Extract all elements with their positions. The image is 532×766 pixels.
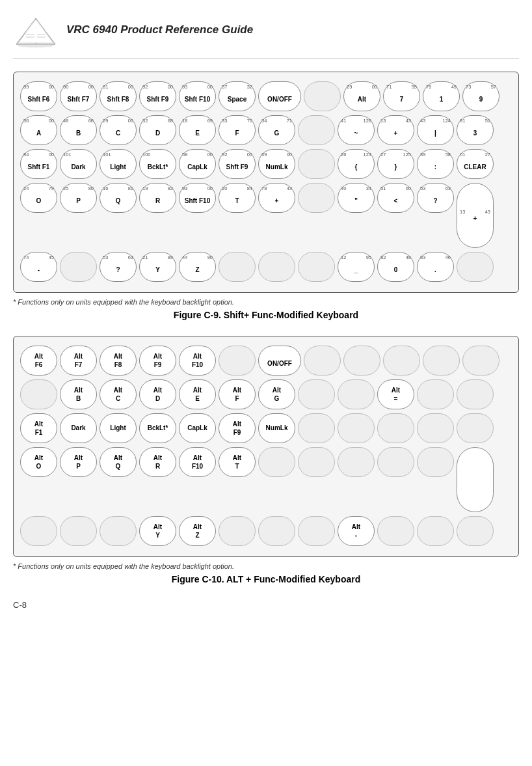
key2-empty-5e: [258, 516, 295, 546]
key-shft-f1: 8400 Shft F1: [20, 149, 57, 179]
key-shft-f7: 9000 Shft F7: [60, 81, 97, 111]
key2-alt-f10: AltF10: [179, 447, 216, 477]
key-p: 2580 P: [60, 183, 97, 213]
key-c: 2900 C: [100, 115, 137, 145]
key2-empty-4b: [298, 447, 335, 477]
key-colon: 3958 :: [417, 149, 454, 179]
key-shft-f6: 8900 Shft F6: [20, 81, 57, 111]
key2-alt-f6: AltF6: [20, 346, 57, 376]
key-f: 3370 F: [219, 115, 256, 145]
key-empty-5a: [60, 252, 97, 282]
key2-empty-3a: [298, 413, 335, 443]
key-dash: 7445 -: [20, 252, 57, 282]
key2-alt-e: AltE: [179, 379, 216, 409]
key-empty-5c: [258, 252, 295, 282]
key-dot: 8346 .: [417, 252, 454, 282]
key2-empty-5f: [298, 516, 335, 546]
key-shft-f9: 9200 Shft F9: [219, 149, 256, 179]
kbd-row-5: 7445 - 5363 ? 2189 Y 4490 Z 1295 _ 8248 …: [20, 252, 512, 282]
key2-empty-4c: [338, 447, 375, 477]
key-3: 8151 3: [457, 115, 494, 145]
kbd2-row-3: AltF1 Dark Light BckLt* CapLk AltF9 NumL…: [20, 413, 512, 443]
key-dark: 101 Dark: [60, 149, 97, 179]
key2-empty-5g: [377, 516, 414, 546]
key-question-r5: 5363 ?: [100, 252, 137, 282]
key-tilde: 41126 ~: [338, 115, 375, 145]
key-shft-f10-r4: 9300 Shft F10: [179, 183, 216, 213]
key2-alt-r: AltR: [139, 447, 176, 477]
key-empty-5b: [219, 252, 256, 282]
kbd2-row-4: AltO AltP AltQ AltR AltF10 AltT: [20, 447, 512, 512]
key2-alt-q: AltQ: [100, 447, 137, 477]
page-number: C-8: [13, 600, 519, 610]
key-on-off: ON/OFF: [258, 81, 301, 111]
key-shft-f8: 9100 Shft F8: [100, 81, 137, 111]
key-0: 8248 0: [377, 252, 414, 282]
key2-bcklk: BckLt*: [139, 413, 176, 443]
key2-alt-f8: AltF8: [100, 346, 137, 376]
key-question: 5363 ?: [417, 183, 454, 213]
key-g: 3471 G: [258, 115, 295, 145]
key-shft-f9: 9200 Shft F9: [139, 81, 176, 111]
key-y: 2189 Y: [139, 252, 176, 282]
key2-empty-2e: [457, 379, 494, 409]
key2-empty-1e: [423, 346, 460, 376]
key-empty-2a: [298, 115, 335, 145]
key-a: 5600 A: [20, 115, 57, 145]
key2-empty-2c: [338, 379, 375, 409]
key2-empty-3c: [377, 413, 414, 443]
key2-empty-3e: [457, 413, 494, 443]
key-e: 1869 E: [179, 115, 216, 145]
key-t: 2084 T: [219, 183, 256, 213]
key-empty-5d: [298, 252, 335, 282]
key2-alt-c: AltC: [100, 379, 137, 409]
key2-empty-2b: [298, 379, 335, 409]
key-9: 7357 9: [462, 81, 499, 111]
key2-alt-f1: AltF1: [20, 413, 57, 443]
key-empty-4a: [298, 183, 335, 213]
key2-on-off: ON/OFF: [258, 346, 301, 376]
key2-alt-f9: AltF9: [139, 346, 176, 376]
kbd-row-1: 8900 Shft F6 9000 Shft F7 9100 Shft F8 9…: [20, 81, 512, 111]
key2-empty-1b: [304, 346, 341, 376]
key2-empty-1c: [343, 346, 380, 376]
key2-alt-o: AltO: [20, 447, 57, 477]
key2-plus-tall: [457, 447, 494, 512]
keyboard-diagram-2: AltF6 AltF7 AltF8 AltF9 AltF10 ON/OFF Al…: [13, 336, 519, 557]
key-light: 101 Light: [100, 149, 137, 179]
kbd-row-4: 2479 O 2580 P 1681 Q 1982 R 9300 Shft F1…: [20, 183, 512, 248]
key2-alt-f10: AltF10: [179, 346, 216, 376]
fig1-note: * Functions only on units equipped with …: [13, 298, 519, 306]
key2-alt-y: AltY: [139, 516, 176, 546]
key2-empty-1a: [219, 346, 256, 376]
key-plus: 1343 +: [377, 115, 414, 145]
kbd-row-3: 8400 Shft F1 101 Dark 101 Light 100 BckL…: [20, 149, 512, 179]
key2-empty-1d: [383, 346, 420, 376]
key-shft-f10: 9300 Shft F10: [179, 81, 216, 111]
fig2-note: * Functions only on units equipped with …: [13, 562, 519, 570]
key-dquote: 4034 ": [338, 183, 375, 213]
key-rbrace: 27125 }: [377, 149, 414, 179]
svg-marker-3: [18, 20, 53, 43]
key-underscore: 1295 _: [338, 252, 375, 282]
key2-alt-z: AltZ: [179, 516, 216, 546]
fig1-caption: Figure C-9. Shift+ Func-Modified Keyboar…: [13, 310, 519, 320]
key-o: 2479 O: [20, 183, 57, 213]
book-icon: [13, 12, 59, 48]
kbd2-row-5: AltY AltZ Alt-: [20, 516, 512, 546]
kbd2-row-1: AltF6 AltF7 AltF8 AltF9 AltF10 ON/OFF: [20, 346, 512, 376]
key2-alt-f9: AltF9: [219, 413, 256, 443]
key-d: 3268 D: [139, 115, 176, 145]
key2-empty-4e: [417, 447, 454, 477]
key-z: 4490 Z: [179, 252, 216, 282]
key2-empty-4a: [258, 447, 295, 477]
key-space: 5732 Space: [219, 81, 256, 111]
key-plus-tall: 1343 +: [457, 183, 494, 248]
key2-empty-2d: [417, 379, 454, 409]
keyboard-diagram-1: 8900 Shft F6 9000 Shft F7 9100 Shft F8 9…: [13, 72, 519, 293]
key2-dark: Dark: [60, 413, 97, 443]
key2-empty-5i: [457, 516, 494, 546]
key2-caplk: CapLk: [179, 413, 216, 443]
key2-alt-p: AltP: [60, 447, 97, 477]
key-r: 1982 R: [139, 183, 176, 213]
